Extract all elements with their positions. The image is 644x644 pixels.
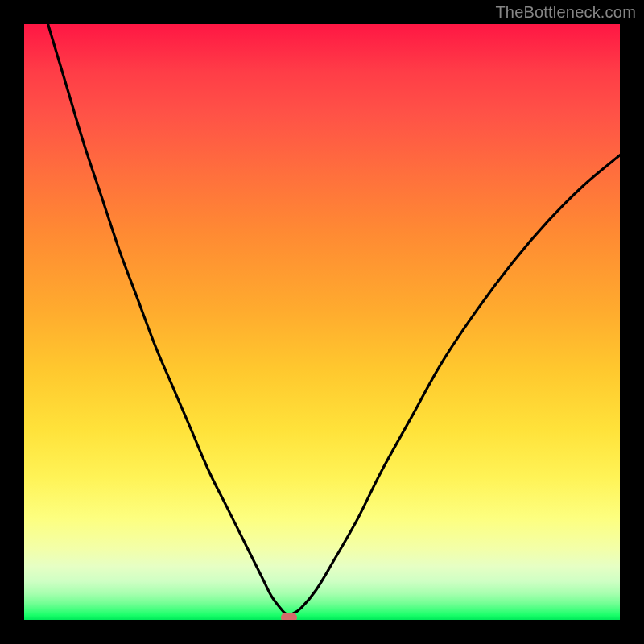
curve-layer [24,24,620,620]
bottleneck-curve [48,24,620,615]
optimum-marker [281,613,297,620]
chart-frame: TheBottleneck.com [0,0,644,644]
plot-area [24,24,620,620]
watermark-text: TheBottleneck.com [495,3,636,22]
